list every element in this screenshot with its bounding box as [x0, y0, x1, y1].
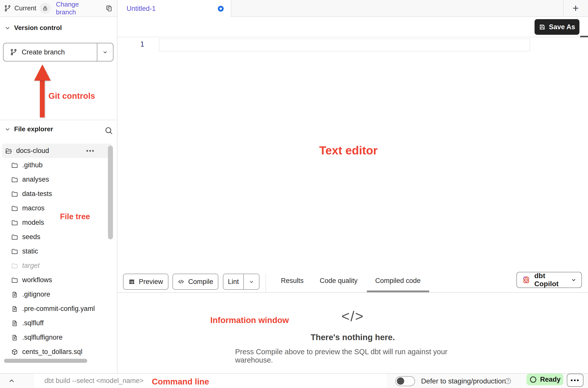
help-icon[interactable]: [504, 377, 512, 385]
file-explorer-header[interactable]: File explorer: [5, 125, 53, 133]
tree-item--gitignore[interactable]: .gitignore: [0, 287, 115, 302]
editor-toolbar: [117, 17, 588, 37]
status-circle-icon: [529, 376, 537, 383]
tree-item--github[interactable]: .github: [0, 158, 115, 172]
tree-item-label: workflows: [22, 276, 52, 284]
lint-button-group: Lint: [223, 274, 259, 290]
status-badge: Ready: [526, 374, 563, 385]
folder-icon: [11, 234, 18, 241]
status-label: Ready: [540, 376, 561, 383]
version-control-header[interactable]: Version control: [5, 24, 62, 32]
lint-label: Lint: [228, 278, 239, 286]
tree-item-target[interactable]: target: [0, 258, 115, 273]
line-number: 1: [117, 40, 144, 48]
empty-state-subtitle: Press Compile above to preview the SQL d…: [235, 348, 471, 364]
compile-button[interactable]: Compile: [172, 274, 218, 290]
toolbar-divider: [266, 274, 266, 292]
tab-bar-divider: [563, 0, 564, 16]
tree-item-seeds[interactable]: seeds: [0, 230, 115, 244]
save-as-label: Save As: [549, 23, 575, 31]
tree-item-cents-to-dollars-sql[interactable]: cents_to_dollars.sql: [0, 345, 115, 359]
annotation-command-line: Command line: [152, 377, 209, 386]
lint-dropdown[interactable]: [243, 274, 259, 289]
file-tree-horizontal-scrollbar[interactable]: [4, 359, 87, 363]
annotation-information-window: Information window: [210, 315, 289, 325]
tree-item-label: models: [22, 219, 44, 227]
search-icon[interactable]: [104, 126, 113, 135]
tree-item-analyses[interactable]: analyses: [0, 172, 115, 187]
kebab-menu-icon[interactable]: •••: [86, 147, 95, 154]
tab-compiled-code[interactable]: Compiled code: [375, 277, 421, 285]
file-tree: docs-cloud•••.githubanalysesdata-testsma…: [0, 144, 115, 359]
folder-icon: [11, 262, 18, 269]
file-icon: [11, 320, 18, 327]
tree-item-data-tests[interactable]: data-tests: [0, 187, 115, 201]
tree-item-static[interactable]: static: [0, 244, 115, 258]
save-icon: [539, 24, 546, 30]
chevron-up-icon[interactable]: [7, 376, 17, 385]
lock-icon: [42, 6, 48, 11]
copy-branch-icon[interactable]: [105, 5, 113, 12]
tab-untitled-1[interactable]: Untitled-1: [117, 0, 231, 17]
tree-item-macros[interactable]: macros: [0, 201, 115, 215]
annotation-git-controls: Git controls: [48, 91, 95, 101]
file-icon: [11, 291, 18, 298]
tree-item-label: data-tests: [22, 190, 52, 198]
lint-button[interactable]: Lint: [223, 274, 243, 289]
preview-label: Preview: [139, 278, 163, 286]
file-explorer-title: File explorer: [14, 125, 53, 133]
tree-item--pre-commit-config-yaml[interactable]: .pre-commit-config.yaml: [0, 302, 115, 316]
tree-item-label: .sqlfluffignore: [22, 334, 63, 341]
editor-current-line: [159, 39, 530, 51]
save-as-button[interactable]: Save As: [535, 19, 579, 35]
defer-label: Defer to staging/production: [421, 377, 506, 385]
tree-item-label: target: [22, 262, 40, 270]
tree-item-label: .github: [22, 161, 43, 169]
folder-icon: [11, 176, 18, 183]
folder-icon: [11, 277, 18, 284]
tree-item-label: .pre-commit-config.yaml: [22, 305, 95, 313]
tree-item--sqlfluffignore[interactable]: .sqlfluffignore: [0, 330, 115, 345]
preview-button[interactable]: Preview: [123, 274, 168, 290]
create-branch-dropdown[interactable]: [97, 43, 113, 61]
folder-icon: [11, 219, 18, 226]
annotation-arrow-shaft: [40, 80, 45, 117]
dbt-copilot-icon: [521, 275, 531, 285]
command-input-area: [34, 374, 387, 388]
chevron-down-icon: [102, 49, 108, 55]
dbt-copilot-label: dbt Copilot: [534, 272, 567, 288]
tab-results[interactable]: Results: [281, 277, 304, 285]
dbt-cloud-ide: Current Change branch: [0, 0, 588, 388]
chevron-down-icon: [5, 25, 11, 31]
tree-item-models[interactable]: models: [0, 215, 115, 230]
overflow-menu-button[interactable]: •••: [567, 374, 583, 387]
tree-item-docs-cloud[interactable]: docs-cloud•••: [2, 144, 112, 158]
tree-item-label: .gitignore: [22, 290, 50, 298]
folder-icon: [11, 190, 18, 198]
command-input[interactable]: [34, 374, 387, 388]
annotation-arrow-head: [34, 64, 51, 81]
active-tab-underline: [367, 290, 429, 292]
tree-item-label: seeds: [22, 233, 40, 241]
dbt-copilot-button[interactable]: dbt Copilot: [516, 272, 582, 288]
chevron-down-icon: [5, 126, 11, 132]
chevron-down-icon: [570, 277, 577, 283]
model-icon: [11, 348, 18, 355]
tree-item--sqlfluff[interactable]: .sqlfluff: [0, 316, 115, 330]
git-header: Current Change branch: [0, 0, 117, 17]
folder-open-icon: [5, 147, 12, 154]
change-branch-link[interactable]: Change branch: [56, 1, 100, 16]
tree-item-label: static: [22, 247, 38, 255]
tab-code-quality[interactable]: Code quality: [320, 277, 358, 285]
tree-item-workflows[interactable]: workflows: [0, 273, 115, 287]
code-icon: [178, 278, 185, 285]
empty-state-code-glyph: </>: [341, 308, 364, 324]
file-tree-vertical-scrollbar[interactable]: [108, 146, 113, 239]
annotation-file-tree: File tree: [60, 212, 90, 221]
defer-toggle[interactable]: [395, 376, 415, 386]
create-branch-button[interactable]: Create branch: [3, 43, 113, 61]
new-tab-button[interactable]: +: [569, 1, 582, 16]
tree-item-label: analyses: [22, 176, 49, 183]
git-branch-icon: [4, 5, 11, 12]
git-branch-icon: [10, 49, 17, 56]
